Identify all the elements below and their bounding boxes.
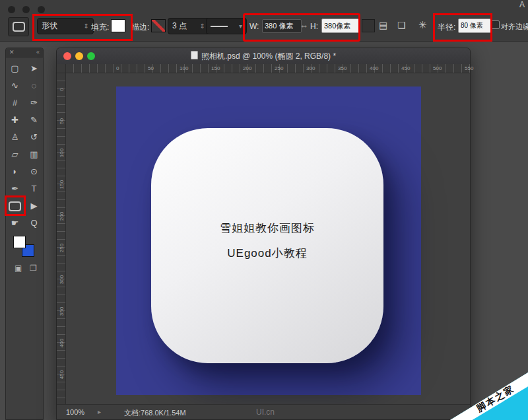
stroke-color-swatch[interactable] (151, 19, 166, 32)
h-ruler-tick: 0 (116, 65, 119, 71)
zoom-tool[interactable]: Q (26, 215, 43, 231)
doc-close-button[interactable] (63, 52, 71, 60)
fill-label: 填充: (91, 22, 109, 33)
stroke-label: 描边: (131, 22, 149, 33)
artboard[interactable]: 雪姐姐教你画图标 UEgood小教程 (116, 87, 421, 395)
path-arrangement-icon[interactable]: ❏ (397, 20, 406, 30)
zoom-icon: Q (30, 218, 37, 228)
blur-tool[interactable]: ◗ (7, 163, 24, 180)
stroke-width-value: 3 点 (172, 18, 187, 34)
pen-icon: ✒ (11, 184, 18, 193)
h-ruler-tick: 150 (211, 65, 220, 71)
crop-tool[interactable]: # (7, 94, 24, 111)
dodge-tool[interactable]: ⊙ (26, 163, 43, 180)
eraser-tool[interactable]: ▱ (7, 146, 24, 162)
zoom-level-field[interactable]: 100% (66, 408, 84, 416)
stroke-width-select[interactable]: 3 点 ⇕ (168, 18, 210, 34)
path-selection-tool[interactable]: ▶ (26, 197, 43, 214)
hand-tool[interactable]: ☛ (7, 215, 24, 231)
brush-tool[interactable]: ✎ (26, 112, 43, 128)
dropdown-arrow-icon: ▾ (239, 18, 242, 34)
h-ruler-tick: 350 (338, 65, 346, 71)
shape-options-button[interactable] (362, 19, 375, 32)
status-arrow-icon: ▸ (98, 408, 101, 415)
gradient-tool[interactable]: ▥ (26, 146, 43, 162)
document-size-info: 文档:768.0K/1.54M (124, 408, 186, 418)
doc-zoom-button[interactable] (87, 52, 95, 60)
type-icon: T (32, 184, 37, 193)
align-edges-label: 对齐边缘 (501, 22, 528, 32)
path-alignment-icon[interactable]: ▤ (379, 20, 387, 30)
h-ruler-tick: 550 (465, 65, 473, 71)
document-title: 照相机.psd @ 100% (椭圆 2, RGB/8) * (57, 48, 470, 64)
document-file-icon (191, 51, 198, 59)
panel-collapse-icon[interactable]: « (36, 48, 40, 57)
move-tool[interactable]: ➤ (26, 60, 43, 77)
canvas-area[interactable]: 雪姐姐教你画图标 UEgood小教程 (66, 73, 470, 405)
height-label: H: (310, 22, 318, 31)
rounded-icon-shape[interactable]: 雪姐姐教你画图标 UEgood小教程 (151, 128, 383, 363)
options-bar: A 形状 ⇕ 填充: 描边: 3 点 ⇕ ▾ W: 380 像素 ⇔ H: 38… (0, 0, 528, 42)
tool-mode-value: 形状 (42, 18, 57, 34)
quick-selection-tool[interactable]: ◌ (26, 77, 43, 94)
v-ruler-tick: 350 (59, 305, 65, 318)
icon-text-line1: 雪姐姐教你画图标 (151, 221, 383, 236)
eyedropper-tool[interactable]: ✑ (26, 94, 43, 111)
path-selection-icon: ▶ (31, 201, 38, 211)
clone-stamp-tool[interactable]: ♙ (7, 129, 24, 145)
cropped-menu-text: A (519, 0, 525, 9)
history-brush-icon: ↺ (30, 132, 38, 142)
rectangular-marquee-tool[interactable]: ▢ (7, 60, 24, 77)
hand-icon: ☛ (11, 218, 19, 228)
quick-selection-icon: ◌ (32, 81, 37, 90)
height-input[interactable]: 380像素 (321, 18, 360, 33)
icon-text-line2: UEgood小教程 (151, 246, 383, 261)
rounded-rectangle-tool[interactable] (7, 197, 24, 214)
h-ruler-tick: 450 (401, 65, 410, 71)
document-window: 照相机.psd @ 100% (椭圆 2, RGB/8) * 050100150… (56, 48, 471, 420)
width-label: W: (249, 22, 259, 31)
lasso-icon: ∿ (11, 81, 18, 90)
crop-icon: # (13, 98, 17, 108)
quick-mask-icon[interactable]: ▣ (15, 263, 22, 273)
blur-icon: ◗ (13, 166, 18, 176)
tool-preset-button[interactable] (8, 17, 29, 36)
link-dimensions-icon[interactable]: ⇔ (300, 20, 308, 30)
v-ruler-tick: 250 (59, 242, 65, 255)
screen-mode-icon[interactable]: ❐ (30, 263, 37, 273)
radius-label: 半径: (438, 22, 455, 33)
pen-tool[interactable]: ✒ (7, 180, 24, 197)
window-zoom-button[interactable] (38, 6, 45, 13)
doc-minimize-button[interactable] (75, 52, 83, 60)
stroke-type-select[interactable]: ▾ (206, 18, 247, 34)
history-brush-tool[interactable]: ↺ (26, 129, 43, 145)
panel-close-icon[interactable]: ✕ (9, 48, 15, 57)
h-ruler-tick: 250 (275, 65, 283, 71)
tools-grid: ▢ ➤ ∿ ◌ # ✑ ✚ ✎ ♙ ↺ ▱ ▥ ◗ ⊙ ✒ T ▶ ☛ Q (6, 60, 43, 231)
healing-brush-tool[interactable]: ✚ (7, 112, 24, 128)
h-ruler-tick: 200 (243, 65, 251, 71)
fill-color-swatch[interactable] (111, 19, 125, 32)
foreground-color-swatch[interactable] (13, 236, 26, 248)
lasso-tool[interactable]: ∿ (7, 77, 24, 94)
rounded-rectangle-icon (9, 201, 21, 211)
v-ruler-tick: 50 (59, 115, 65, 128)
rounded-rect-preset-icon (13, 22, 25, 32)
horizontal-ruler: 050100150200250300350400450500550 (66, 64, 470, 73)
gear-icon[interactable]: ✳ (418, 19, 427, 31)
move-icon: ➤ (30, 63, 38, 73)
type-tool[interactable]: T (26, 180, 43, 197)
width-input[interactable]: 380 像素 (262, 19, 302, 33)
v-ruler-tick: 300 (59, 273, 65, 287)
v-ruler-tick: 200 (59, 210, 65, 223)
document-titlebar: 照相机.psd @ 100% (椭圆 2, RGB/8) * (57, 48, 470, 65)
tool-mode-select[interactable]: 形状 ⇕ (37, 18, 94, 34)
dodge-icon: ⊙ (30, 166, 38, 176)
window-close-button[interactable] (8, 6, 15, 13)
vertical-ruler: 050100150200250300350400450 (57, 73, 66, 405)
v-ruler-tick: 0 (59, 83, 65, 96)
window-minimize-button[interactable] (22, 6, 30, 13)
h-ruler-tick: 400 (370, 65, 378, 71)
radius-input[interactable]: 80 像素 (458, 18, 491, 33)
align-edges-checkbox[interactable] (491, 20, 500, 29)
